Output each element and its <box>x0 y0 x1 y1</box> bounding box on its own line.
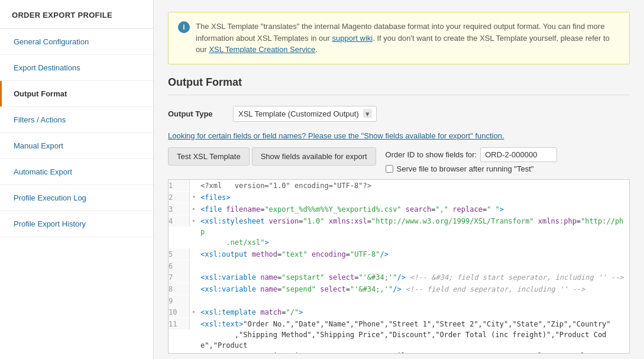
line-content-8: <xsl:variable name="sepend" select="'&#3… <box>198 283 629 295</box>
support-wiki-link[interactable]: support wiki <box>332 34 373 43</box>
code-line-5: 5 <xsl:output method="text" encoding="UT… <box>169 248 629 260</box>
line-num-2: 2 <box>169 192 190 203</box>
line-arrow-4[interactable]: ▸ <box>190 215 198 226</box>
line-content-1: <?xml version="1.0" encoding="UTF-8"?> <box>198 180 629 192</box>
info-icon: i <box>178 21 190 33</box>
sidebar-item-general-configuration[interactable]: General Configuration <box>0 29 153 54</box>
code-line-11: 11 <xsl:text>"Order No.","Date","Name","… <box>169 318 629 354</box>
sidebar-item-profile-execution-log[interactable]: Profile Execution Log <box>0 185 153 211</box>
line-content-6 <box>198 260 629 261</box>
line-num-5: 5 <box>169 248 190 260</box>
line-content-7: <xsl:variable name="sepstart" select="'&… <box>198 271 629 283</box>
line-arrow-3[interactable]: ▸ <box>190 203 198 214</box>
sidebar-title: ORDER EXPORT PROFILE <box>0 0 153 28</box>
line-content-10: <xsl:template match="/"> <box>198 306 629 318</box>
output-type-select[interactable]: XSL Template (Customized Output) CSV / T… <box>233 106 377 122</box>
code-line-6: 6 <box>169 260 629 271</box>
line-num-10: 10 <box>169 306 190 318</box>
output-type-row: Output Type XSL Template (Customized Out… <box>168 106 630 122</box>
line-num-6: 6 <box>169 260 190 271</box>
sidebar: ORDER EXPORT PROFILE General Configurati… <box>0 0 154 359</box>
test-xsl-button[interactable]: Test XSL Template <box>168 147 250 166</box>
info-text: The XSL Template "translates" the intern… <box>196 21 620 56</box>
line-num-7: 7 <box>169 271 190 283</box>
sidebar-item-manual-export[interactable]: Manual Export <box>0 133 153 159</box>
info-text-3: . <box>315 45 318 54</box>
code-line-3: 3 ▸ <file filename="export_%d%%m%%Y_%exp… <box>169 203 629 215</box>
code-line-2: 2 ▾ <files> <box>169 192 629 203</box>
sidebar-divider-8 <box>0 237 153 237</box>
line-num-3: 3 <box>169 203 190 215</box>
serve-file-checkbox[interactable] <box>386 165 393 173</box>
section-heading: Output Format <box>168 76 630 95</box>
code-line-1: 1 <?xml version="1.0" encoding="UTF-8"?> <box>169 180 629 192</box>
order-id-row: Order ID to show fields for: <box>386 147 558 162</box>
order-id-input[interactable] <box>480 147 557 162</box>
code-line-8: 8 <xsl:variable name="sepend" select="'&… <box>169 283 629 295</box>
output-type-label: Output Type <box>168 109 227 118</box>
sidebar-item-export-destinations[interactable]: Export Destinations <box>0 55 153 80</box>
output-type-select-wrapper[interactable]: XSL Template (Customized Output) CSV / T… <box>233 106 377 122</box>
code-line-4: 4 ▸ <xsl:stylesheet version="1.0" xmlns:… <box>169 215 629 248</box>
code-line-10: 10 ▸ <xsl:template match="/"> <box>169 306 629 318</box>
main-content: i The XSL Template "translates" the inte… <box>154 0 644 359</box>
line-num-4: 4 <box>169 215 190 227</box>
line-content-9 <box>198 295 629 296</box>
line-num-8: 8 <box>169 283 190 295</box>
line-num-1: 1 <box>169 180 190 191</box>
sidebar-item-automatic-export[interactable]: Automatic Export <box>0 159 153 185</box>
sidebar-item-profile-export-history[interactable]: Profile Export History <box>0 211 153 237</box>
line-content-3: <file filename="export_%d%%m%%Y_%exporti… <box>198 203 629 215</box>
xsl-creation-link[interactable]: XSL Template Creation Service <box>209 45 315 54</box>
buttons-row: Test XSL Template Show fields available … <box>168 147 630 173</box>
order-id-section: Order ID to show fields for: Serve file … <box>386 147 558 173</box>
line-num-9: 9 <box>169 295 190 306</box>
line-arrow-10[interactable]: ▸ <box>190 306 198 317</box>
sidebar-item-output-format[interactable]: Output Format <box>0 81 153 106</box>
info-box: i The XSL Template "translates" the inte… <box>168 12 630 64</box>
line-content-2: <files> <box>198 192 629 203</box>
fields-link[interactable]: Looking for certain fields or field name… <box>168 131 630 140</box>
code-line-9: 9 <box>169 295 629 306</box>
order-id-label: Order ID to show fields for: <box>386 150 477 159</box>
serve-file-label: Serve file to browser after running "Tes… <box>397 164 534 173</box>
show-fields-button[interactable]: Show fields available for export <box>252 147 376 166</box>
line-content-11: <xsl:text>"Order No.","Date","Name","Pho… <box>198 318 629 354</box>
sidebar-item-filters-actions[interactable]: Filters / Actions <box>0 107 153 132</box>
line-content-4: <xsl:stylesheet version="1.0" xmlns:xsl=… <box>198 215 629 248</box>
code-line-7: 7 <xsl:variable name="sepstart" select="… <box>169 271 629 283</box>
line-arrow-2[interactable]: ▾ <box>190 192 198 202</box>
line-num-11: 11 <box>169 318 190 329</box>
code-editor[interactable]: 1 <?xml version="1.0" encoding="UTF-8"?>… <box>168 179 630 354</box>
line-content-5: <xsl:output method="text" encoding="UTF-… <box>198 248 629 260</box>
serve-file-row: Serve file to browser after running "Tes… <box>386 164 558 173</box>
